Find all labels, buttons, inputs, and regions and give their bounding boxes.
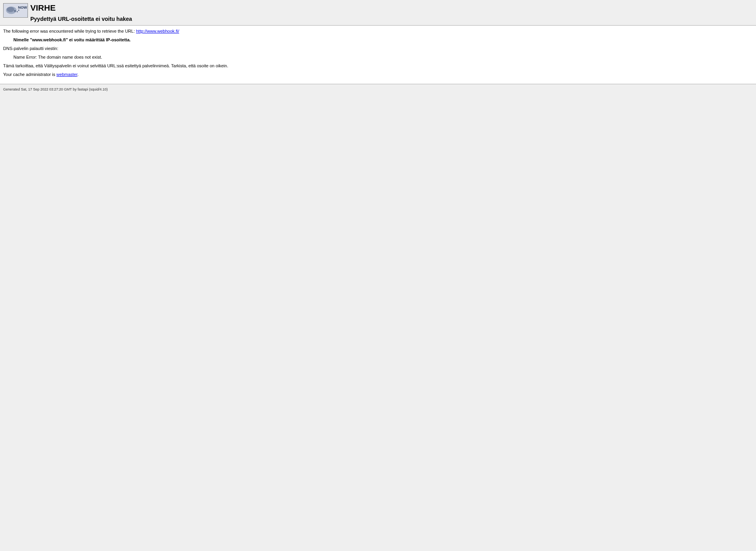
svg-point-3 [14, 10, 16, 12]
generated-timestamp: Generated Sat, 17 Sep 2022 03:27:20 GMT … [3, 87, 108, 91]
webmaster-link[interactable]: webmaster [56, 72, 77, 77]
error-title: VIRHE [30, 3, 132, 13]
admin-paragraph: Your cache administrator is webmaster. [3, 72, 753, 77]
intro-text: The following error was encountered whil… [3, 29, 136, 33]
explanation-text: Tämä tarkoittaa, että Välityspalvelin ei… [3, 63, 753, 68]
svg-point-4 [17, 11, 18, 12]
svg-point-5 [18, 10, 19, 11]
svg-text:NOW: NOW [18, 5, 27, 9]
error-content: The following error was encountered whil… [0, 26, 756, 84]
squid-now-icon: NOW [3, 3, 28, 18]
svg-point-2 [7, 7, 14, 12]
requested-url-link[interactable]: http://www.webhook.fi/ [136, 29, 179, 33]
intro-paragraph: The following error was encountered whil… [3, 29, 753, 33]
error-subtitle: Pyydettyä URL-osoitetta ei voitu hakea [30, 16, 132, 22]
admin-intro: Your cache administrator is [3, 72, 56, 77]
dns-error-message: Name Error: The domain name does not exi… [13, 55, 753, 59]
footer: Generated Sat, 17 Sep 2022 03:27:20 GMT … [0, 84, 756, 94]
dns-label: DNS-palvelin palautti viestin: [3, 46, 753, 51]
header-text: VIRHE Pyydettyä URL-osoitetta ei voitu h… [30, 3, 132, 22]
error-message: Nimelle "www.webhook.fi" ei voitu määrit… [13, 37, 753, 42]
admin-suffix: . [78, 72, 79, 77]
header-section: NOW VIRHE Pyydettyä URL-osoitetta ei voi… [0, 0, 756, 25]
